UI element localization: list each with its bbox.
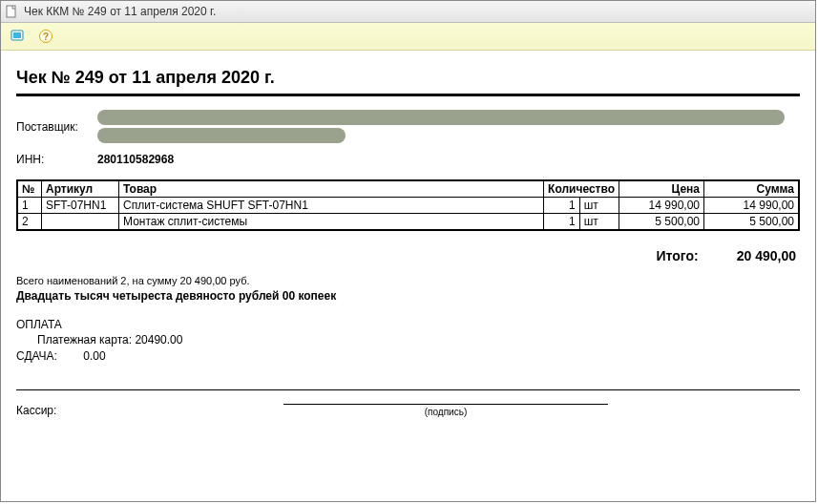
payment-line: Платежная карта: 20490.00 (16, 333, 800, 346)
cell-name: Монтаж сплит-системы (119, 214, 544, 231)
cell-name: Сплит-система SHUFT SFT-07HN1 (119, 198, 544, 214)
cell-article: SFT-07HN1 (42, 198, 119, 214)
cell-sum: 14 990,00 (704, 198, 800, 214)
items-table: № Артикул Товар Количество Цена Сумма 1 … (16, 179, 800, 231)
items-header-row: № Артикул Товар Количество Цена Сумма (17, 180, 799, 198)
col-name: Товар (119, 180, 544, 198)
cell-n: 2 (17, 214, 42, 231)
divider-rule (16, 389, 800, 390)
cell-sum: 5 500,00 (704, 214, 800, 231)
cell-article (42, 214, 119, 231)
inn-label: ИНН: (16, 153, 97, 166)
payment-block: ОПЛАТА Платежная карта: 20490.00 СДАЧА: … (16, 318, 800, 363)
col-sum: Сумма (704, 180, 800, 198)
document-icon (5, 5, 18, 18)
signature-line (283, 404, 608, 405)
toolbar: ? (1, 23, 815, 51)
receipt-title: Чек № 249 от 11 апреля 2020 г. (16, 68, 800, 88)
change-line: СДАЧА: 0.00 (16, 349, 800, 363)
title-bar: Чек ККМ № 249 от 11 апреля 2020 г. (1, 1, 815, 23)
supplier-value-redacted (97, 110, 785, 143)
cell-unit: шт (579, 214, 619, 231)
col-qty: Количество (544, 180, 619, 198)
summary-line: Всего наименований 2, на сумму 20 490,00… (16, 275, 800, 286)
col-article: Артикул (42, 180, 119, 198)
svg-text:?: ? (43, 32, 49, 42)
preview-button[interactable] (7, 26, 28, 47)
table-row: 1 SFT-07HN1 Сплит-система SHUFT SFT-07HN… (17, 198, 799, 214)
payment-header: ОПЛАТА (16, 318, 800, 331)
change-value: 0.00 (83, 349, 105, 363)
amount-in-words: Двадцать тысяч четыреста девяносто рубле… (16, 289, 800, 303)
cashier-label: Кассир: (16, 404, 83, 417)
total-value: 20 490,00 (737, 248, 796, 263)
signature-caption: (подпись) (283, 407, 608, 417)
total-label: Итого: (657, 248, 699, 263)
cell-qty: 1 (544, 198, 580, 214)
cell-price: 5 500,00 (619, 214, 704, 231)
svg-rect-2 (13, 32, 21, 38)
app-window: Чек ККМ № 249 от 11 апреля 2020 г. ? Чек… (0, 0, 816, 502)
col-n: № (17, 180, 42, 198)
change-label: СДАЧА: (16, 349, 57, 363)
cell-unit: шт (579, 198, 619, 214)
cell-price: 14 990,00 (619, 198, 704, 214)
signature-row: Кассир: (подпись) (16, 404, 800, 417)
table-row: 2 Монтаж сплит-системы 1 шт 5 500,00 5 5… (17, 214, 799, 231)
window-title: Чек ККМ № 249 от 11 апреля 2020 г. (24, 5, 216, 18)
inn-row: ИНН: 280110582968 (16, 153, 800, 166)
document-body: Чек № 249 от 11 апреля 2020 г. Поставщик… (1, 51, 815, 430)
help-button[interactable]: ? (35, 26, 56, 47)
col-price: Цена (619, 180, 704, 198)
cell-qty: 1 (544, 214, 580, 231)
cell-n: 1 (17, 198, 42, 214)
supplier-row: Поставщик: (16, 110, 800, 143)
redacted-block (97, 128, 346, 143)
svg-rect-0 (7, 6, 15, 17)
signature-field: (подпись) (283, 404, 608, 417)
title-rule (16, 94, 800, 96)
supplier-label: Поставщик: (16, 120, 97, 134)
total-row: Итого: 20 490,00 (16, 248, 796, 263)
inn-value: 280110582968 (97, 153, 174, 166)
redacted-block (97, 110, 785, 125)
